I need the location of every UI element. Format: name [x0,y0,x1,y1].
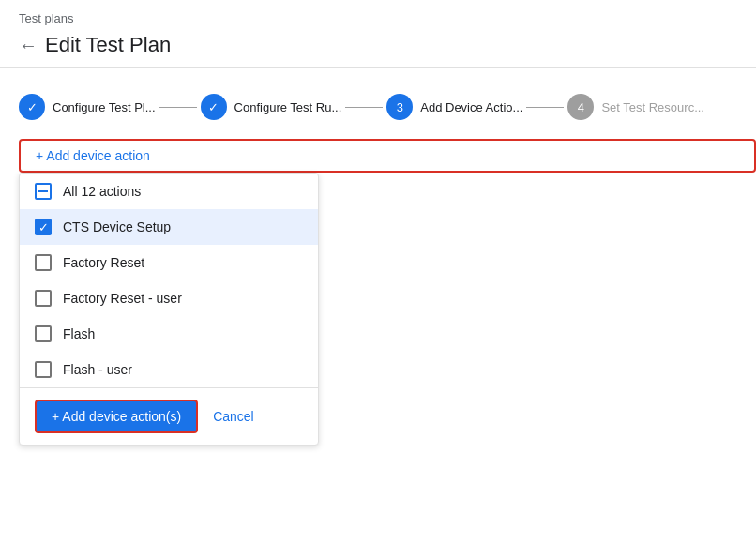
step-4: 4 Set Test Resourc... [567,94,704,120]
step-2: ✓ Configure Test Ru... [201,94,342,120]
step-1: ✓ Configure Test Pl... [19,94,156,120]
add-actions-label: + Add device action(s) [52,409,181,424]
list-item[interactable]: Factory Reset [20,245,318,280]
cts-checkbox[interactable]: ✓ [35,219,52,235]
indeterminate-icon [38,190,48,192]
step-3-label: Add Device Actio... [420,100,522,114]
cancel-label: Cancel [213,409,254,424]
factory-reset-user-checkbox[interactable] [35,290,52,307]
step-4-label: Set Test Resourc... [601,100,704,114]
list-item[interactable]: ✓ CTS Device Setup [20,209,318,245]
page-title: Edit Test Plan [45,33,171,57]
header-row: ← Edit Test Plan [0,29,756,67]
step-connector-1 [159,107,197,108]
dropdown-panel: All 12 actions ✓ CTS Device Setup Factor… [19,173,319,446]
step-2-circle: ✓ [201,94,227,120]
dropdown-footer: + Add device action(s) Cancel [20,387,318,445]
flash-label: Flash [63,326,95,341]
step-1-icon: ✓ [27,100,38,114]
add-device-action-label: + Add device action [36,148,150,163]
step-connector-3 [526,107,564,108]
list-item[interactable]: Flash - user [20,352,318,387]
flash-user-label: Flash - user [63,362,132,377]
step-4-icon: 4 [578,100,584,114]
breadcrumb: Test plans [0,0,756,29]
add-device-action-button[interactable]: + Add device action [19,139,756,173]
header-divider [0,67,756,68]
step-connector-2 [345,107,383,108]
factory-reset-label: Factory Reset [63,255,144,270]
step-1-label: Configure Test Pl... [53,100,156,114]
step-3-icon: 3 [397,100,403,114]
step-1-circle: ✓ [19,94,45,120]
all-actions-label: All 12 actions [63,184,141,199]
step-2-icon: ✓ [208,100,219,114]
step-3-circle: 3 [386,94,413,120]
cts-label: CTS Device Setup [63,219,171,234]
breadcrumb-text: Test plans [19,11,74,25]
step-2-label: Configure Test Ru... [234,100,342,114]
stepper: ✓ Configure Test Pl... ✓ Configure Test … [0,83,756,139]
page-container: Test plans ← Edit Test Plan ✓ Configure … [0,0,756,559]
back-button[interactable]: ← [19,36,38,54]
cancel-button[interactable]: Cancel [209,401,258,431]
list-item[interactable]: Flash [20,316,318,352]
step-4-circle: 4 [567,94,594,120]
flash-user-checkbox[interactable] [35,361,52,378]
flash-checkbox[interactable] [35,325,52,342]
factory-reset-user-label: Factory Reset - user [63,291,182,306]
list-item[interactable]: Factory Reset - user [20,280,318,316]
step-3: 3 Add Device Actio... [386,94,522,120]
all-actions-checkbox[interactable] [35,183,52,200]
check-icon: ✓ [38,221,49,234]
add-actions-button[interactable]: + Add device action(s) [35,400,198,433]
factory-reset-checkbox[interactable] [35,254,52,271]
all-actions-item[interactable]: All 12 actions [20,174,318,209]
dropdown-list: All 12 actions ✓ CTS Device Setup Factor… [20,174,318,387]
